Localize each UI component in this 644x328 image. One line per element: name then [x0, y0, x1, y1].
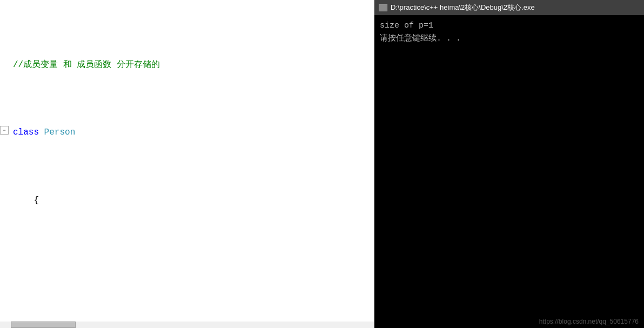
code-line-class: － class Person — [0, 125, 374, 139]
class-keyword: class Person — [11, 126, 75, 139]
terminal-url: https://blog.csdn.net/qq_50615776 — [539, 318, 639, 325]
terminal-panel: D:\practice\c++ heima\2核心\Debug\2核心.exe … — [374, 0, 644, 328]
terminal-footer: https://blog.csdn.net/qq_50615776 — [374, 315, 644, 328]
terminal-title: D:\practice\c++ heima\2核心\Debug\2核心.exe — [391, 3, 535, 12]
code-editor: //成员变量 和 成员函数 分开存储的 － class Person { — [0, 0, 374, 328]
terminal-output-2: 请按任意键继续. . . — [380, 32, 639, 45]
collapse-class-btn[interactable]: － — [0, 126, 9, 135]
terminal-output-1: size of p=1 — [380, 19, 639, 32]
code-line-brace1: { — [0, 193, 374, 207]
code-line-empty2 — [0, 302, 374, 316]
terminal-titlebar: D:\practice\c++ heima\2核心\Debug\2核心.exe — [374, 0, 644, 15]
code-content: //成员变量 和 成员函数 分开存储的 － class Person { — [0, 0, 374, 328]
gutter-class[interactable]: － — [0, 126, 11, 135]
horizontal-scrollbar[interactable] — [0, 322, 374, 328]
brace-open-1: { — [11, 194, 39, 207]
code-line-empty1 — [0, 261, 374, 275]
comment-text-1: //成员变量 和 成员函数 分开存储的 — [11, 58, 160, 71]
scrollbar-thumb[interactable] — [11, 322, 76, 328]
terminal-icon — [379, 4, 387, 11]
code-line-comment1: //成员变量 和 成员函数 分开存储的 — [0, 58, 374, 72]
terminal-body: size of p=1 请按任意键继续. . . — [374, 15, 644, 315]
